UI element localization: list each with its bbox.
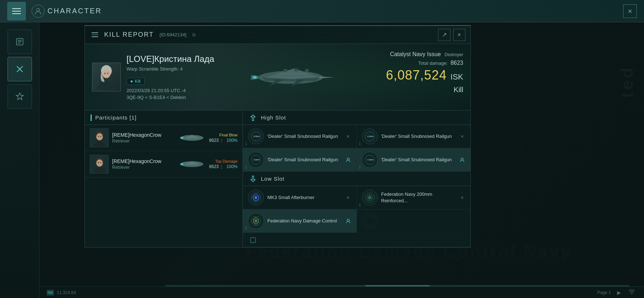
svg-point-52 xyxy=(368,136,369,137)
railgun-icon-2 xyxy=(362,128,378,144)
panel-menu-icon[interactable] xyxy=(90,30,100,40)
total-damage-value: 8623 xyxy=(450,60,463,66)
panel-hamburger-line xyxy=(92,32,98,33)
svg-point-32 xyxy=(100,136,101,137)
total-damage-row: Total damage: 8623 xyxy=(386,60,463,66)
kill-info-section: [LOVE]Кристина Лада Warp Scramble Streng… xyxy=(85,44,470,110)
slot-item[interactable]: 1 'Dealer' Small Snubnosed Railgun × xyxy=(357,125,471,148)
panel-export-button[interactable]: ↗ xyxy=(438,29,450,41)
participant-item[interactable]: [REME]HexagonCrow Retriever Top Damage 8… xyxy=(85,151,243,177)
slot-item-highlighted-2[interactable]: 1 'Dealer' Small Snubnosed Railgun xyxy=(357,148,471,172)
participant-stats: Final Blow 8623 | 100% xyxy=(209,133,238,143)
svg-point-39 xyxy=(96,159,103,167)
slot-num: 1 xyxy=(359,165,361,169)
ship-svg xyxy=(244,54,337,101)
participant-damage: 8623 | 100% xyxy=(209,138,238,143)
kill-stats: Catalyst Navy Issue Destroyer Total dama… xyxy=(386,51,463,94)
top-damage-label: Top Damage xyxy=(209,159,238,163)
bottom-bar: ISK 11,314.64 Page 1 ▶ xyxy=(40,286,644,298)
main-menu-button[interactable] xyxy=(7,2,26,21)
filter-button[interactable] xyxy=(627,288,637,297)
svg-point-62 xyxy=(461,158,463,160)
next-page-button[interactable]: ▶ xyxy=(614,288,624,297)
kill-badge: ■ Kill xyxy=(126,78,144,85)
fed-navy-slot[interactable]: 1 + Federation Navy 200mm Reinforced... … xyxy=(357,186,471,209)
victim-avatar xyxy=(92,63,121,91)
slot-person-icon-2 xyxy=(459,157,465,163)
svg-rect-55 xyxy=(258,159,260,160)
ship-type: Destroyer xyxy=(445,52,463,57)
participant-ship-2: Retriever xyxy=(112,165,175,170)
fed-damage-control-slot[interactable]: 1 Federation Navy Damage Control xyxy=(243,209,357,233)
sidebar-bio-button[interactable] xyxy=(8,30,32,54)
slot-num: 1 xyxy=(245,142,247,146)
svg-rect-47 xyxy=(258,136,260,137)
fed-navy-close[interactable]: × xyxy=(459,194,465,201)
hamburger-line xyxy=(12,11,21,12)
slot-num: 1 xyxy=(359,203,361,207)
kill-report-panel: KILL REPORT [ID:6942134] ⧉ ↗ × xyxy=(84,25,471,248)
participant-ship: Retriever xyxy=(112,139,175,144)
sidebar-star-button[interactable] xyxy=(8,84,32,109)
participant-ship-icon-2 xyxy=(178,158,206,171)
ship-image-area xyxy=(240,51,341,103)
svg-point-41 xyxy=(100,162,101,163)
low-slot-header: Low Slot xyxy=(243,172,470,186)
character-title: CHARACTER xyxy=(47,7,102,15)
svg-point-56 xyxy=(254,159,256,161)
afterburner-close[interactable]: × xyxy=(345,194,351,201)
afterburner-slot[interactable]: MK3 Small Afterburner × xyxy=(243,186,357,209)
svg-rect-60 xyxy=(372,159,374,160)
slot-item[interactable]: 1 'Dealer' Small Snubnosed Railgun × xyxy=(243,125,357,148)
isk-value: 6,087,524 xyxy=(386,68,447,82)
slot-item-highlighted[interactable]: 1 'Dealer' Small Snubnosed Railgun xyxy=(243,148,357,172)
side-bg-text: ted xyxy=(617,66,637,98)
panel-close-button[interactable]: × xyxy=(453,29,465,41)
participant-avatar-2 xyxy=(90,155,109,173)
kill-badge-label: Kill xyxy=(135,79,141,84)
fed-damage-icon xyxy=(248,213,264,229)
final-blow-label: Final Blow xyxy=(209,133,238,137)
svg-point-40 xyxy=(98,162,99,163)
bottom-isk-value: 11,314.64 xyxy=(57,290,76,295)
svg-rect-51 xyxy=(372,136,374,137)
slot-num: 1 xyxy=(359,142,361,146)
svg-rect-24 xyxy=(305,69,309,72)
high-slot-icon xyxy=(249,113,257,122)
slot-item-name: 'Dealer' Small Snubnosed Railgun xyxy=(267,157,341,163)
afterburner-icon xyxy=(248,190,264,206)
top-close-button[interactable]: × xyxy=(623,4,637,18)
participant-name: [REME]HexagonCrow xyxy=(112,132,175,138)
slot-item-name: 'Dealer' Small Snubnosed Railgun xyxy=(381,133,456,140)
railgun-icon-4 xyxy=(362,152,378,168)
svg-point-0 xyxy=(37,8,40,11)
bottom-isk-display: ISK 11,314.64 xyxy=(47,290,76,295)
participant-damage-2: 8623 | 100% xyxy=(209,164,238,169)
slot-close-btn-2[interactable]: × xyxy=(459,133,465,140)
railgun-icon-1 xyxy=(248,128,264,144)
high-slot-header: High Slot xyxy=(243,110,470,125)
svg-point-31 xyxy=(98,136,99,137)
panel-hamburger-line xyxy=(92,35,98,35)
victim-avatar-inner xyxy=(92,63,120,91)
high-slot-grid: 1 'Dealer' Small Snubnosed Railgun × xyxy=(243,125,470,172)
svg-rect-23 xyxy=(294,68,298,71)
top-bar: CHARACTER × xyxy=(0,0,644,22)
slot-close-btn[interactable]: × xyxy=(345,133,351,140)
left-sidebar xyxy=(0,22,40,298)
empty-slot-icon xyxy=(362,213,378,229)
panel-header: KILL REPORT [ID:6942134] ⧉ ↗ × xyxy=(85,26,470,44)
slot-item-name: 'Dealer' Small Snubnosed Railgun xyxy=(381,157,456,163)
svg-point-57 xyxy=(347,158,349,160)
scrollbar-track xyxy=(165,285,630,286)
sidebar-combat-button[interactable] xyxy=(8,57,32,81)
low-slot-icon xyxy=(249,175,257,183)
slot-num: 1 xyxy=(245,226,247,230)
participant-item[interactable]: [REME]HexagonCrow Retriever Final Blow 8… xyxy=(85,125,243,151)
section-bar xyxy=(91,114,92,121)
svg-point-19 xyxy=(253,76,256,78)
scrollbar-thumb[interactable] xyxy=(365,285,430,286)
panel-id: [ID:6942134] xyxy=(160,32,186,37)
page-label: Page 1 xyxy=(597,290,611,295)
panel-copy-icon[interactable]: ⧉ xyxy=(192,32,196,38)
